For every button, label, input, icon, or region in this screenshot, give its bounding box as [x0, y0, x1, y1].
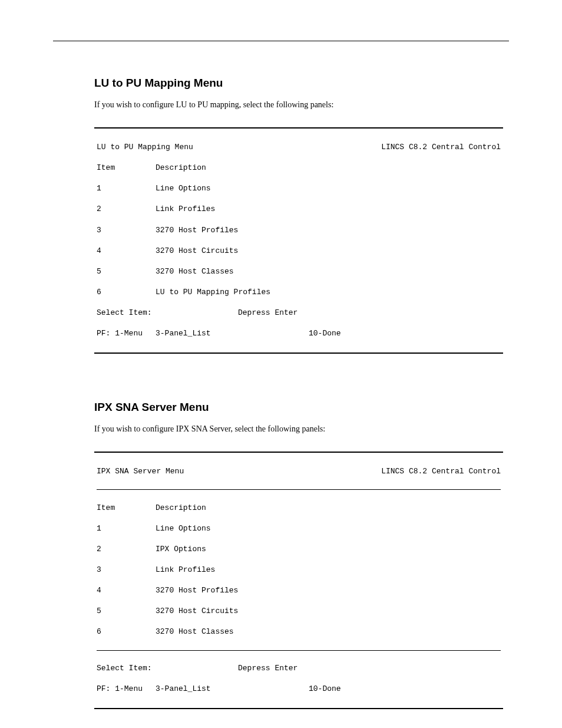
panel-title-right: LINCS C8.2 Central Control — [381, 466, 501, 477]
item-num: 2 — [97, 204, 156, 215]
select-label: Select Item: — [97, 663, 238, 674]
select-action: Depress Enter — [238, 308, 297, 318]
panel-title-right: LINCS C8.2 Central Control — [381, 142, 501, 153]
item-desc: 3270 Host Profiles — [156, 225, 238, 236]
select-row: Select Item:Depress Enter — [97, 663, 501, 674]
panel-title-row: LU to PU Mapping MenuLINCS C8.2 Central … — [97, 142, 501, 153]
pf-panel-list[interactable]: 3-Panel_List — [156, 328, 309, 339]
item-num: 1 — [97, 183, 156, 194]
header-row: ItemDescription — [97, 503, 501, 513]
header-item: Item — [97, 503, 156, 513]
pf-done[interactable]: 10-Done — [309, 328, 341, 339]
section-title-ipx: IPX SNA Server Menu — [94, 401, 509, 414]
select-row: Select Item:Depress Enter — [97, 308, 501, 318]
item-num: 5 — [97, 606, 156, 617]
pf-menu[interactable]: PF: 1-Menu — [97, 684, 156, 694]
item-num: 6 — [97, 627, 156, 637]
item-desc: LU to PU Mapping Profiles — [156, 287, 270, 298]
item-desc: Link Profiles — [156, 204, 215, 215]
pf-done[interactable]: 10-Done — [309, 684, 341, 694]
menu-row[interactable]: 2Link Profiles — [97, 204, 501, 215]
menu-row[interactable]: 3Link Profiles — [97, 565, 501, 575]
divider — [97, 489, 501, 490]
menu-row[interactable]: 63270 Host Classes — [97, 627, 501, 637]
item-desc: 3270 Host Circuits — [156, 246, 238, 256]
menu-row[interactable]: 43270 Host Circuits — [97, 246, 501, 256]
menu-row[interactable]: 1Line Options — [97, 523, 501, 534]
header-desc: Description — [156, 503, 206, 513]
item-num: 6 — [97, 287, 156, 298]
pf-panel-list[interactable]: 3-Panel_List — [156, 684, 309, 694]
item-desc: Line Options — [156, 183, 211, 194]
menu-row[interactable]: 6LU to PU Mapping Profiles — [97, 287, 501, 298]
item-desc: IPX Options — [156, 544, 206, 555]
select-action: Depress Enter — [238, 663, 297, 674]
intro-text-ipx: If you wish to configure IPX SNA Server,… — [94, 423, 509, 435]
spacer — [53, 354, 509, 401]
item-desc: 3270 Host Classes — [156, 627, 234, 637]
pf-menu[interactable]: PF: 1-Menu — [97, 328, 156, 339]
divider — [97, 650, 501, 651]
menu-row[interactable]: 33270 Host Profiles — [97, 225, 501, 236]
pf-row: PF: 1-Menu3-Panel_List10-Done — [97, 328, 501, 339]
item-num: 2 — [97, 544, 156, 555]
item-num: 3 — [97, 565, 156, 575]
panel-title-row: IPX SNA Server MenuLINCS C8.2 Central Co… — [97, 466, 501, 477]
header-item: Item — [97, 163, 156, 173]
item-desc: 3270 Host Classes — [156, 266, 234, 277]
item-num: 1 — [97, 523, 156, 534]
item-num: 5 — [97, 266, 156, 277]
item-desc: Link Profiles — [156, 565, 215, 575]
menu-row[interactable]: 1Line Options — [97, 183, 501, 194]
item-desc: 3270 Host Circuits — [156, 606, 238, 617]
pf-row: PF: 1-Menu3-Panel_List10-Done — [97, 684, 501, 694]
terminal-panel-lu-pu: LU to PU Mapping MenuLINCS C8.2 Central … — [94, 127, 503, 354]
page-header — [53, 29, 509, 41]
header-desc: Description — [156, 163, 206, 173]
item-num: 3 — [97, 225, 156, 236]
menu-row[interactable]: 53270 Host Classes — [97, 266, 501, 277]
section-title-lu-pu: LU to PU Mapping Menu — [94, 77, 509, 90]
intro-text-lu-pu: If you wish to configure LU to PU mappin… — [94, 99, 509, 111]
item-desc: 3270 Host Profiles — [156, 585, 238, 596]
item-desc: Line Options — [156, 523, 211, 534]
item-num: 4 — [97, 585, 156, 596]
menu-row[interactable]: 2IPX Options — [97, 544, 501, 555]
header-row: ItemDescription — [97, 163, 501, 173]
menu-row[interactable]: 53270 Host Circuits — [97, 606, 501, 617]
terminal-panel-ipx: IPX SNA Server MenuLINCS C8.2 Central Co… — [94, 452, 503, 710]
panel-title-left: IPX SNA Server Menu — [97, 466, 184, 477]
menu-row[interactable]: 43270 Host Profiles — [97, 585, 501, 596]
item-num: 4 — [97, 246, 156, 256]
select-label: Select Item: — [97, 308, 238, 318]
panel-title-left: LU to PU Mapping Menu — [97, 142, 193, 153]
